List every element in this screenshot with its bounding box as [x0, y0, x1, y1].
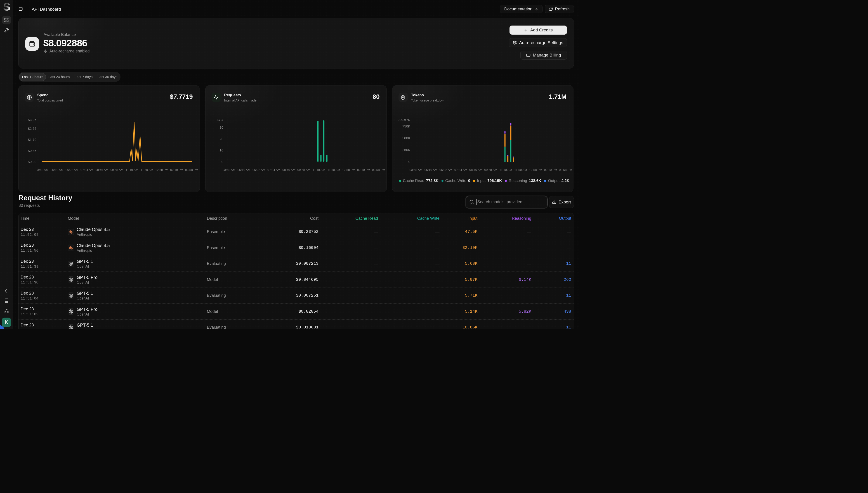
svg-text:03:58 PM: 03:58 PM — [185, 168, 198, 172]
svg-text:08:46 AM: 08:46 AM — [95, 168, 108, 172]
svg-text:06:22 AM: 06:22 AM — [439, 168, 452, 172]
svg-text:11:50 AM: 11:50 AM — [140, 168, 153, 172]
svg-text:250K: 250K — [403, 148, 410, 152]
svg-text:500K: 500K — [403, 136, 410, 140]
svg-text:07:34 AM: 07:34 AM — [454, 168, 467, 172]
svg-text:08:46 AM: 08:46 AM — [469, 168, 482, 172]
svg-text:11:50 AM: 11:50 AM — [514, 168, 527, 172]
svg-text:37.4: 37.4 — [217, 118, 223, 122]
svg-text:09:58 AM: 09:58 AM — [110, 168, 123, 172]
svg-text:03:58 AM: 03:58 AM — [36, 168, 48, 172]
svg-text:30: 30 — [219, 126, 223, 129]
svg-text:02:10 PM: 02:10 PM — [357, 168, 370, 172]
svg-text:$1.70: $1.70 — [28, 138, 37, 142]
svg-text:12:58 PM: 12:58 PM — [529, 168, 542, 172]
svg-text:$0.00: $0.00 — [28, 160, 37, 164]
svg-text:20: 20 — [219, 137, 223, 141]
svg-text:11:10 AM: 11:10 AM — [499, 168, 512, 172]
svg-text:900.67K: 900.67K — [397, 118, 410, 122]
svg-text:11:50 AM: 11:50 AM — [327, 168, 340, 172]
svg-text:06:22 AM: 06:22 AM — [66, 168, 79, 172]
svg-text:11:10 AM: 11:10 AM — [312, 168, 325, 172]
svg-text:05:10 AM: 05:10 AM — [424, 168, 437, 172]
svg-text:$2.55: $2.55 — [28, 127, 37, 130]
svg-text:03:58 AM: 03:58 AM — [409, 168, 422, 172]
svg-text:12:58 PM: 12:58 PM — [342, 168, 355, 172]
svg-text:07:34 AM: 07:34 AM — [81, 168, 93, 172]
svg-text:03:58 PM: 03:58 PM — [372, 168, 385, 172]
svg-text:07:34 AM: 07:34 AM — [267, 168, 280, 172]
svg-text:06:22 AM: 06:22 AM — [253, 168, 265, 172]
svg-text:08:46 AM: 08:46 AM — [282, 168, 295, 172]
svg-text:0: 0 — [221, 160, 223, 164]
svg-text:750K: 750K — [403, 124, 410, 128]
svg-text:05:10 AM: 05:10 AM — [51, 168, 64, 172]
svg-text:02:10 PM: 02:10 PM — [170, 168, 183, 172]
svg-text:05:10 AM: 05:10 AM — [237, 168, 250, 172]
svg-text:03:58 AM: 03:58 AM — [222, 168, 235, 172]
svg-text:09:58 AM: 09:58 AM — [484, 168, 497, 172]
svg-text:03:58 PM: 03:58 PM — [559, 168, 572, 172]
svg-text:10: 10 — [219, 148, 223, 152]
svg-text:11:10 AM: 11:10 AM — [126, 168, 138, 172]
svg-text:09:58 AM: 09:58 AM — [297, 168, 310, 172]
svg-text:$3.26: $3.26 — [28, 118, 37, 122]
svg-text:0: 0 — [408, 160, 410, 164]
svg-text:02:10 PM: 02:10 PM — [544, 168, 557, 172]
svg-text:S: S — [3, 2, 10, 12]
svg-text:$0.85: $0.85 — [28, 149, 37, 153]
svg-text:12:58 PM: 12:58 PM — [155, 168, 168, 172]
